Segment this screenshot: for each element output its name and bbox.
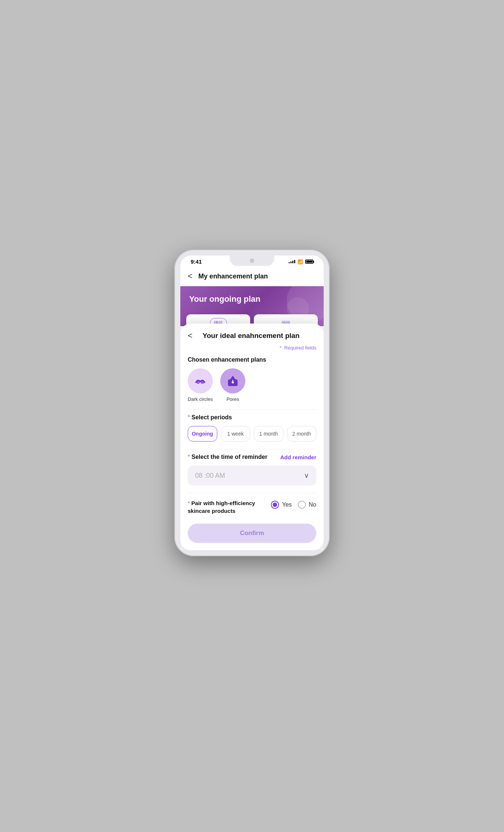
reminder-header: * Select the time of reminder Add remind… [188,454,316,460]
add-reminder-button[interactable]: Add reminder [280,454,316,460]
period-1month[interactable]: 1 month [254,426,283,442]
required-asterisk: * [280,345,282,351]
pair-row: *Pair with high-efficiency skincare prod… [188,499,316,515]
divider-1 [188,409,316,410]
signal-bar-1 [289,262,290,263]
required-fields-text: Required fields [284,345,316,351]
bg-back-button[interactable]: < [188,271,193,281]
chosen-plans-section: Chosen enhancement plans [180,354,324,407]
wifi-icon: 📶 [297,259,303,264]
confirm-button[interactable]: Confirm [188,524,316,543]
status-time: 9:41 [191,258,202,265]
plan-item-pores[interactable]: Pores [220,368,245,402]
modal-title: Your ideal enahncement plan [197,332,305,340]
modal-overlay: < Your ideal enahncement plan * Required… [180,324,324,550]
periods-section: * Select periods Ongoing 1 week 1 month … [180,412,324,447]
dark-circles-icon-circle [188,368,213,393]
radio-no[interactable]: No [298,501,316,509]
pair-text-group: *Pair with high-efficiency skincare prod… [188,499,271,515]
radio-yes-label: Yes [282,501,292,508]
reminder-label-text: Select the time of reminder [191,454,267,460]
time-display: 08 :00 AM [195,472,225,480]
ongoing-banner-title: Your ongoing plan [189,294,260,304]
time-selector[interactable]: 08 :00 AM ∨ [188,466,316,486]
radio-group: Yes No [271,501,316,509]
period-1week[interactable]: 1 week [221,426,251,442]
phone-wrapper: 9:41 📶 < [163,250,341,582]
periods-asterisk: * [188,414,190,421]
dark-circles-icon [193,376,208,386]
bottom-area: Confirm [180,520,324,543]
pair-asterisk: * [188,500,190,506]
radio-yes-circle [271,501,279,509]
required-fields-note: * Required fields [180,345,324,354]
phone-screen: < My enhancement plan Your ongoing plan … [180,266,324,550]
signal-bar-4 [294,260,295,263]
svg-point-1 [201,381,204,384]
signal-bars-icon [289,260,295,263]
radio-yes[interactable]: Yes [271,501,292,509]
chevron-down-icon: ∨ [304,471,309,480]
pores-icon-circle [220,368,245,393]
radio-yes-dot [273,503,277,507]
signal-bar-3 [292,261,293,263]
status-bar: 9:41 📶 [180,256,324,266]
periods-label-row: * Select periods [188,414,316,421]
notch-camera [250,258,254,263]
pores-icon [226,374,240,388]
divider-2 [188,449,316,449]
radio-no-label: No [309,501,316,508]
status-icons: 📶 [289,259,313,264]
dark-circles-label: Dark circles [188,396,213,402]
plans-row: Dark circles [188,368,316,402]
svg-point-0 [196,381,200,384]
reminder-title-group: * Select the time of reminder [188,454,268,460]
bg-app-title: My enhancement plan [198,273,268,280]
period-ongoing[interactable]: Ongoing [188,426,217,442]
modal-back-button[interactable]: < [188,331,193,341]
period-2month[interactable]: 2 month [287,426,317,442]
radio-no-circle [298,501,306,509]
notch [230,256,274,266]
svg-marker-3 [230,376,235,379]
battery-fill [306,261,312,263]
reminder-section: * Select the time of reminder Add remind… [180,451,324,491]
pair-text: Pair with high-efficiency skincare produ… [188,500,255,514]
modal-nav: < Your ideal enahncement plan [180,324,324,345]
pores-label: Pores [227,396,239,402]
pair-section: *Pair with high-efficiency skincare prod… [180,496,324,520]
battery-icon [305,260,313,264]
bg-nav: < My enhancement plan [180,266,324,286]
divider-3 [188,493,316,493]
reminder-asterisk: * [188,454,190,460]
modal-card: < Your ideal enahncement plan * Required… [180,324,324,550]
periods-row: Ongoing 1 week 1 month 2 month [188,426,316,442]
plan-item-dark-circles[interactable]: Dark circles [188,368,213,402]
phone-shell: 9:41 📶 < [174,250,330,556]
chosen-plans-title: Chosen enhancement plans [188,356,316,363]
signal-bar-2 [290,261,292,263]
periods-label-text: Select periods [191,414,232,421]
